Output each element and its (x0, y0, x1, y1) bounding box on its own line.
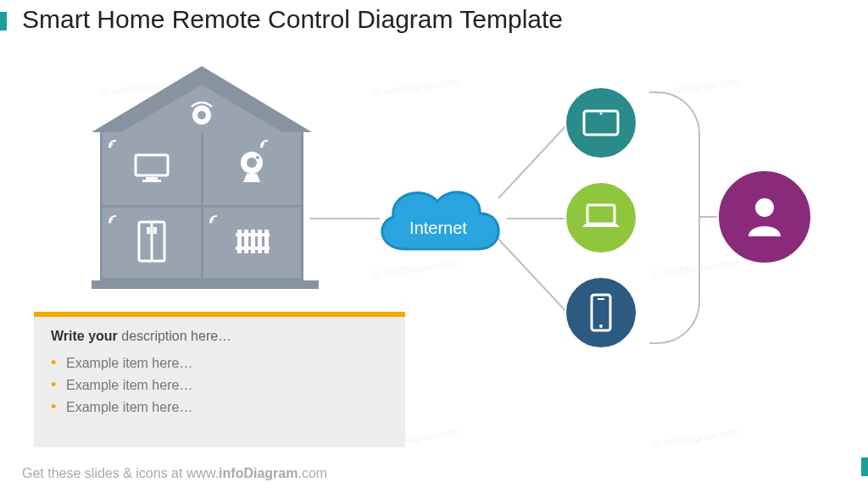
page-title: Smart Home Remote Control Diagram Templa… (22, 5, 563, 34)
smartphone-icon (589, 292, 613, 333)
description-box: Write your description here… Example ite… (34, 312, 405, 447)
radiator-icon (232, 225, 271, 262)
smart-home-graphic (92, 66, 312, 291)
footer-text: Get these slides & icons at www.infoDiag… (22, 466, 327, 481)
fridge-icon (137, 220, 166, 266)
wifi-signal-icon (259, 136, 273, 152)
svg-line-1 (498, 124, 568, 198)
svg-point-32 (599, 324, 603, 328)
room-top-left (103, 132, 201, 205)
svg-rect-25 (236, 233, 270, 236)
smoke-detector-icon (185, 95, 219, 132)
svg-point-13 (256, 156, 259, 159)
wifi-signal-icon (108, 136, 121, 152)
watermark: © infoDiagram.com (373, 75, 461, 99)
accent-left (0, 12, 7, 30)
footer-bold: infoDiagram (219, 466, 298, 480)
svg-point-27 (209, 221, 212, 224)
user-node (717, 169, 812, 264)
svg-point-12 (247, 158, 257, 168)
webcam-icon (235, 148, 269, 189)
device-tablet (565, 86, 637, 159)
footer-pre: Get these slides & icons at www. (22, 466, 219, 480)
room-top-right (201, 132, 302, 205)
tablet-icon (581, 108, 620, 137)
internet-cloud: Internet (368, 173, 509, 263)
footer-post: .com (298, 466, 327, 480)
person-icon (740, 192, 789, 241)
accent-right (861, 458, 868, 476)
house-base (92, 280, 319, 289)
wifi-signal-icon (209, 211, 222, 228)
description-heading-bold: Write your (51, 329, 118, 343)
svg-rect-9 (142, 180, 161, 182)
svg-line-3 (498, 239, 568, 313)
description-heading-rest: description here… (118, 329, 231, 343)
svg-rect-17 (153, 227, 157, 234)
description-item: Example item here… (51, 374, 388, 396)
watermark: © infoDiagram.com (653, 426, 741, 450)
bracket (649, 92, 700, 344)
description-list: Example item here… Example item here… Ex… (51, 352, 388, 419)
description-item: Example item here… (51, 396, 388, 419)
laptop-icon (579, 202, 623, 234)
svg-point-14 (260, 146, 263, 148)
device-smartphone (565, 276, 637, 349)
svg-point-29 (600, 113, 603, 115)
tv-icon (132, 150, 171, 187)
house-walls (100, 132, 303, 280)
wifi-signal-icon (108, 211, 121, 228)
room-bottom-right (201, 205, 302, 278)
svg-rect-30 (587, 205, 615, 224)
room-bottom-left (103, 205, 201, 278)
svg-point-19 (109, 221, 112, 224)
svg-rect-18 (147, 227, 150, 234)
svg-point-6 (198, 111, 206, 119)
svg-rect-33 (598, 298, 604, 300)
description-item: Example item here… (51, 352, 388, 374)
svg-rect-26 (236, 247, 270, 250)
svg-rect-7 (136, 155, 168, 175)
cloud-label: Internet (368, 219, 509, 238)
svg-point-10 (109, 146, 112, 148)
description-heading: Write your description here… (51, 329, 388, 344)
svg-point-34 (755, 198, 774, 217)
device-laptop (565, 181, 637, 254)
svg-rect-8 (146, 177, 158, 180)
